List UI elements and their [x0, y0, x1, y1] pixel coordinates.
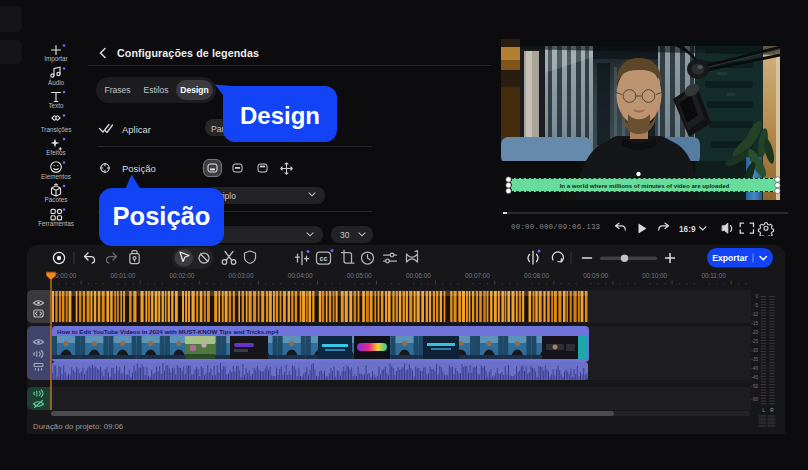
svg-text:-25: -25: [751, 339, 758, 344]
svg-text:-15: -15: [751, 321, 758, 326]
svg-text:-50: -50: [751, 384, 758, 389]
svg-text:L: L: [762, 408, 765, 413]
svg-text:-45: -45: [751, 375, 758, 380]
svg-text:0: 0: [755, 294, 758, 299]
svg-text:-40: -40: [751, 366, 758, 371]
svg-text:R: R: [770, 408, 774, 413]
svg-text:-30: -30: [751, 348, 758, 353]
svg-text:-10: -10: [751, 312, 758, 317]
svg-text:-5: -5: [754, 303, 759, 308]
svg-text:-20: -20: [751, 330, 758, 335]
svg-text:-35: -35: [751, 357, 758, 362]
svg-text:-60: -60: [751, 397, 758, 402]
